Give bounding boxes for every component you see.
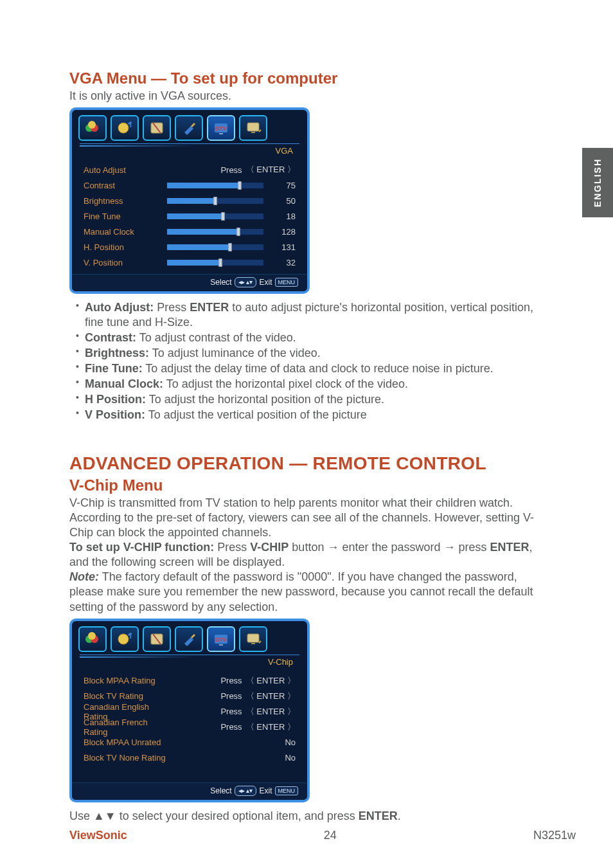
bullet-lead: H Position: — [85, 393, 146, 406]
osd-row: Brightness50 — [84, 193, 296, 208]
list-item: Brightness: To adjust luminance of the v… — [76, 346, 545, 361]
svg-point-4 — [129, 122, 132, 124]
page-footer: ViewSonic 24 N3251w — [69, 829, 576, 842]
bullet-text: To adjust contrast of the video. — [136, 331, 296, 344]
bullet-lead: Manual Clock: — [85, 377, 163, 390]
svg-rect-23 — [251, 643, 255, 644]
osd-row-value: 131 — [272, 242, 296, 252]
osd-row-label: H. Position — [84, 242, 167, 252]
bullet-lead: V Position: — [85, 408, 145, 421]
bullet-text: To adjust the vertical position of the p… — [145, 408, 367, 421]
page-content: VGA Menu — To set up for computer It is … — [69, 69, 545, 824]
osd-row-value: No — [231, 737, 296, 747]
vchip-note-lead: Note: — [69, 570, 99, 583]
vchip-paragraph: V-Chip is transmitted from TV station to… — [69, 496, 545, 540]
bullet-text: To adjust luminance of the video. — [149, 347, 321, 359]
osd-press-label: Press — [220, 691, 242, 701]
osd-vga-panel: DTV VGA Auto AdjustPress 〈 ENTER 〉Contra… — [69, 107, 310, 294]
osd-row-label: Auto Adjust — [84, 165, 167, 175]
svg-rect-10 — [247, 123, 259, 131]
osd-row-label: Brightness — [84, 196, 167, 206]
osd-footer-select: Select — [210, 786, 231, 795]
osd-tab-pc-icon — [239, 626, 267, 652]
osd-row-label: Canadian French Rating — [84, 718, 167, 737]
osd-row-label: Block MPAA Rating — [84, 676, 167, 685]
footer-viewsonic: ViewSonic — [69, 829, 127, 842]
bullet-strong: ENTER — [190, 301, 229, 314]
osd-row: H. Position131 — [84, 239, 296, 255]
osd-row: Fine Tune18 — [84, 208, 296, 224]
vga-menu-title: VGA Menu — To set up for computer — [69, 69, 545, 87]
osd-tab-setup-icon — [175, 115, 203, 141]
list-item: Auto Adjust: Press ENTER to auto adjust … — [76, 300, 545, 330]
vchip-after-end: . — [398, 809, 401, 822]
osd-vchip-panel: DTV V-Chip Block MPAA RatingPress 〈 ENTE… — [69, 619, 310, 802]
osd-tab-strip: DTV — [72, 110, 307, 143]
footer-page-number: 24 — [324, 829, 337, 842]
osd-row-label: Block MPAA Unrated — [84, 737, 167, 747]
bullet-text: To adjust the horizontal position of the… — [146, 393, 384, 406]
vga-subtitle: It is only active in VGA sources. — [69, 89, 545, 104]
osd-row-value: 〈 ENTER 〉 — [242, 721, 296, 733]
nav-arrows-icon: ◂▸ ▴▾ — [235, 786, 257, 796]
menu-pill: MENU — [275, 786, 299, 795]
osd-tab-timer-icon — [143, 626, 171, 652]
vchip-setup-strong1: V-CHIP — [250, 541, 289, 554]
advanced-op-title: ADVANCED OPERATION — REMOTE CONTROL — [69, 453, 545, 474]
osd-tab-underline — [80, 655, 299, 660]
list-item: Fine Tune: To adjust the delay time of d… — [76, 361, 545, 376]
footer-model: N3251w — [533, 829, 576, 842]
osd-slider — [167, 213, 263, 219]
osd-row: V. Position32 — [84, 255, 296, 270]
osd-row-value: 〈 ENTER 〉 — [242, 706, 296, 718]
osd-footer-select: Select — [210, 278, 231, 287]
osd-row-label: Block TV Rating — [84, 691, 167, 701]
svg-rect-11 — [251, 132, 255, 133]
osd-press-label: Press — [220, 722, 242, 732]
osd-row: Block MPAA UnratedNo — [84, 735, 296, 750]
svg-point-3 — [118, 123, 129, 133]
list-item: H Position: To adjust the horizontal pos… — [76, 392, 545, 407]
bullet-lead: Fine Tune: — [85, 362, 143, 375]
svg-rect-9 — [219, 133, 223, 134]
vchip-setup-lead: To set up V-CHIP function: — [69, 541, 214, 554]
osd-tab-audio-icon — [111, 115, 139, 141]
osd-vga-rows: Auto AdjustPress 〈 ENTER 〉Contrast75Brig… — [72, 162, 307, 274]
osd-row: Auto AdjustPress 〈 ENTER 〉 — [84, 162, 296, 177]
osd-vga-footer: Select ◂▸ ▴▾ Exit MENU — [72, 274, 307, 291]
osd-row-label: Manual Clock — [84, 227, 167, 237]
bullet-text: Press — [154, 301, 190, 314]
osd-row-label: Contrast — [84, 181, 167, 190]
vchip-setup-line: To set up V-CHIP function: Press V-CHIP … — [69, 540, 545, 570]
osd-tab-picture-icon — [78, 626, 107, 652]
osd-row-value: 128 — [272, 227, 296, 237]
osd-slider — [167, 198, 263, 204]
osd-row-value: 75 — [272, 181, 296, 190]
bullet-text: To adjust the delay time of data and clo… — [143, 362, 493, 375]
osd-tab-setup-icon — [175, 626, 203, 652]
osd-row-value: No — [231, 753, 296, 763]
bullet-lead: Auto Adjust: — [85, 301, 154, 314]
osd-row-value: 18 — [272, 212, 296, 221]
svg-point-15 — [118, 634, 129, 644]
vchip-after-strong: ENTER — [359, 809, 398, 822]
svg-text:DTV: DTV — [215, 637, 227, 643]
osd-slider — [167, 183, 263, 188]
osd-slider — [167, 260, 263, 266]
list-item: Contrast: To adjust contrast of the vide… — [76, 330, 545, 345]
osd-vchip-rows: Block MPAA RatingPress 〈 ENTER 〉Block TV… — [72, 673, 307, 782]
osd-tab-audio-icon — [111, 626, 139, 652]
osd-row-value: 〈 ENTER 〉 — [242, 691, 296, 702]
osd-tab-picture-icon — [78, 115, 107, 141]
svg-point-14 — [88, 632, 96, 640]
vchip-setup-strong2: ENTER — [490, 541, 529, 554]
osd-tab-strip: DTV — [72, 621, 307, 655]
osd-row: Block MPAA RatingPress 〈 ENTER 〉 — [84, 673, 296, 689]
osd-tab-timer-icon — [143, 115, 171, 141]
vchip-setup-mid2: button → enter the password → press — [289, 541, 490, 554]
osd-row: Contrast75 — [84, 177, 296, 193]
osd-row: Block TV None RatingNo — [84, 750, 296, 766]
osd-row-value: 〈 ENTER 〉 — [242, 675, 296, 687]
language-tab: ENGLISH — [582, 148, 613, 217]
bullet-text: To adjust the horizontal pixel clock of … — [163, 377, 408, 390]
